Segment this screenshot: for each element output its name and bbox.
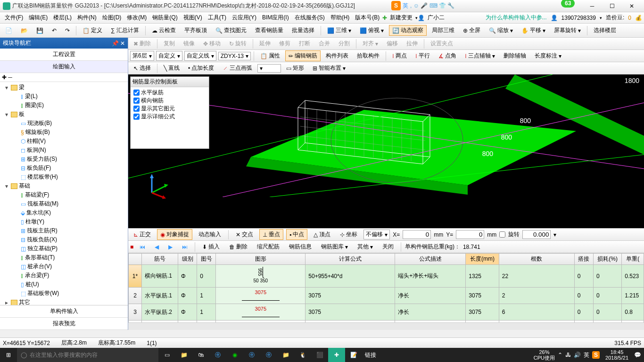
rebar-display-panel[interactable]: 钢筋显示控制面板 水平纵筋 横向钢筋 显示其它图元 显示详细公式 xyxy=(130,76,209,149)
close-button[interactable]: ✕ xyxy=(622,1,641,11)
steel-lib-button[interactable]: 钢筋图库▾ xyxy=(318,241,351,252)
folder-icon[interactable]: 📁 xyxy=(277,348,294,362)
app1-icon[interactable]: ⬛ xyxy=(311,348,328,362)
screen-rotate-button[interactable]: 屏幕旋转▾ xyxy=(551,25,584,36)
parallel-button[interactable]: ⁞平行 xyxy=(412,50,433,61)
steel-info-button[interactable]: 钢筋信息 xyxy=(286,241,315,252)
explorer-icon[interactable]: 📁 xyxy=(175,348,192,362)
chk-show-detail[interactable] xyxy=(133,114,140,120)
pan-button[interactable]: ✋平移▾ xyxy=(518,25,549,36)
cpu-meter[interactable]: 26%CPU使用 xyxy=(534,349,555,361)
delete-row-button[interactable]: 🗑删除 xyxy=(226,241,251,252)
redo-icon[interactable]: ↷ xyxy=(62,26,73,35)
flat-top-button[interactable]: 平齐板顶 xyxy=(181,25,210,36)
edge-icon[interactable]: ⓔ xyxy=(209,348,226,362)
qq-icon[interactable]: 🐧 xyxy=(294,348,311,362)
ctx-copy[interactable]: 复制 xyxy=(160,38,178,49)
ctx-align[interactable]: 对齐▾ xyxy=(359,38,381,49)
y-input[interactable] xyxy=(456,230,484,239)
custom-line-dropdown[interactable]: 自定义线▾ xyxy=(184,51,216,61)
ctx-stretch[interactable]: 拉伸 xyxy=(403,38,421,49)
floor-dropdown[interactable]: 第6层▾ xyxy=(130,51,154,61)
line-tool[interactable]: ╲直线 xyxy=(160,63,183,74)
batch-select-button[interactable]: 批量选择 xyxy=(289,25,318,36)
vertex-button[interactable]: △顶点 xyxy=(310,229,334,240)
nav-prev[interactable]: ◀ xyxy=(151,242,162,252)
minimize-button[interactable]: ─ xyxy=(583,1,602,11)
sum-calc-button[interactable]: ∑ 汇总计算 xyxy=(107,25,142,36)
ie-icon[interactable]: ⓔ xyxy=(260,348,277,362)
ctx-setpoint[interactable]: 设置夹点 xyxy=(427,38,456,49)
del-axis-button[interactable]: 删除辅轴 xyxy=(500,50,529,61)
ctx-break[interactable]: 打断 xyxy=(296,38,314,49)
rebar-data-grid[interactable]: 筋号 级别 图号 图形 计算公式 公式描述 长度(mm) 根数 搭接 损耗(%)… xyxy=(128,253,644,322)
shrink-button[interactable]: 缩尺配筋 xyxy=(254,241,283,252)
define-button[interactable]: 📋定义 xyxy=(79,25,106,36)
menu-bim[interactable]: BIM应用(I) xyxy=(259,13,292,23)
new-change-button[interactable]: 新建变更 xyxy=(387,13,415,23)
nav-last[interactable]: ⏭ xyxy=(179,242,191,252)
snap-button[interactable]: ◉对象捕捉 xyxy=(157,229,192,240)
start-button[interactable]: ⊞ xyxy=(0,348,17,362)
smart-layout-tool[interactable]: ⊞智能布置▾ xyxy=(309,63,349,74)
dyn-input-button[interactable]: 动态输入 xyxy=(195,229,224,240)
menu-floor[interactable]: 楼层(L) xyxy=(50,13,74,23)
rotate-chk[interactable] xyxy=(499,231,505,238)
task-view-icon[interactable]: ▭ xyxy=(158,348,175,362)
ctx-extend[interactable]: 延伸 xyxy=(256,38,274,49)
x-input[interactable] xyxy=(403,230,431,239)
open-file-icon[interactable]: 📂 xyxy=(17,26,31,35)
perp-pt-button[interactable]: ⊥垂点 xyxy=(259,229,283,240)
close-panel-button[interactable]: 关闭 xyxy=(379,241,397,252)
ime-lang[interactable]: 英 xyxy=(403,2,408,10)
tab-single-input[interactable]: 单构件输入 xyxy=(0,305,128,318)
edit-steel-button[interactable]: ✏编辑钢筋 xyxy=(285,50,321,61)
top-view-button[interactable]: 🟦俯视▾ xyxy=(356,25,387,36)
menu-component[interactable]: 构件(N) xyxy=(74,13,99,23)
mid-pt-button[interactable]: ▪中点 xyxy=(286,229,307,240)
pick-comp-button[interactable]: 拾取构件 xyxy=(354,50,383,61)
ortho-button[interactable]: ⊾正交 xyxy=(130,229,154,240)
len-dim-button[interactable]: 长度标注▾ xyxy=(531,50,565,61)
arc-dropdown[interactable]: ▾ xyxy=(257,64,281,73)
prop-button[interactable]: 📋属性 xyxy=(257,50,283,61)
tray-clock[interactable]: 18:452018/5/21 xyxy=(603,349,631,361)
save-icon[interactable]: 💾 xyxy=(33,26,47,35)
menu-modify[interactable]: 修改(M) xyxy=(124,13,149,23)
tray-sogou-icon[interactable]: S xyxy=(592,351,600,359)
comp-list-button[interactable]: 构件列表 xyxy=(322,50,352,61)
cross-pt-button[interactable]: ✕交点 xyxy=(232,229,256,240)
ctx-delete[interactable]: ✖删除 xyxy=(130,38,154,49)
tray-up-icon[interactable]: ⌃ xyxy=(558,352,562,358)
axis-gizmo[interactable] xyxy=(142,172,171,200)
tray-notif-icon[interactable]: 💬 xyxy=(634,352,641,358)
menu-draw[interactable]: 绘图(D) xyxy=(99,13,124,23)
rect-tool[interactable]: ▭矩形 xyxy=(283,63,307,74)
custom-dropdown[interactable]: 自定义▾ xyxy=(156,51,182,61)
menu-rebar[interactable]: 钢筋量(Q) xyxy=(149,13,180,23)
ctx-mirror[interactable]: 镜像 xyxy=(180,38,198,49)
menu-edit[interactable]: 编辑(E) xyxy=(26,13,50,23)
horizontal-scrollbar[interactable] xyxy=(128,322,644,330)
menu-online[interactable]: 在线服务(S) xyxy=(292,13,328,23)
ctx-merge[interactable]: 合并 xyxy=(315,38,333,49)
menu-cloud[interactable]: 云应用(Y) xyxy=(229,13,259,23)
chk-horizontal[interactable] xyxy=(133,90,140,96)
3d-viewport[interactable]: 1800 800 800 800 钢筋显示控制面板 水平纵筋 横向钢筋 显示其它… xyxy=(128,74,644,228)
rotate-input[interactable] xyxy=(522,230,551,239)
menu-help[interactable]: 帮助(H) xyxy=(328,13,353,23)
ctx-move[interactable]: ✥移动 xyxy=(200,38,224,49)
component-tree[interactable]: ▾梁 ⫿梁(L) ⫿圈梁(E) ▾板 ▭现浇板(B) §螺旋板(B) ⬡柱帽(V… xyxy=(0,82,128,305)
3d-button[interactable]: 🟦三维▾ xyxy=(324,25,355,36)
nav-first[interactable]: ⏮ xyxy=(136,242,149,252)
360-icon[interactable]: ◉ xyxy=(226,348,243,362)
pt-len-tool[interactable]: •点加长度 xyxy=(185,63,217,74)
other-button[interactable]: 其他▾ xyxy=(354,241,376,252)
undo-icon[interactable]: ↶ xyxy=(49,26,60,35)
user-label[interactable]: 广小二 xyxy=(425,13,447,23)
code-dropdown[interactable]: ZDYX-13▾ xyxy=(218,52,251,60)
app2-icon[interactable]: ✚ xyxy=(328,348,345,362)
edge2-icon[interactable]: ⓔ xyxy=(243,348,260,362)
ctx-offset[interactable]: 偏移 xyxy=(383,38,401,49)
tab-draw-input[interactable]: 绘图输入 xyxy=(0,61,128,73)
